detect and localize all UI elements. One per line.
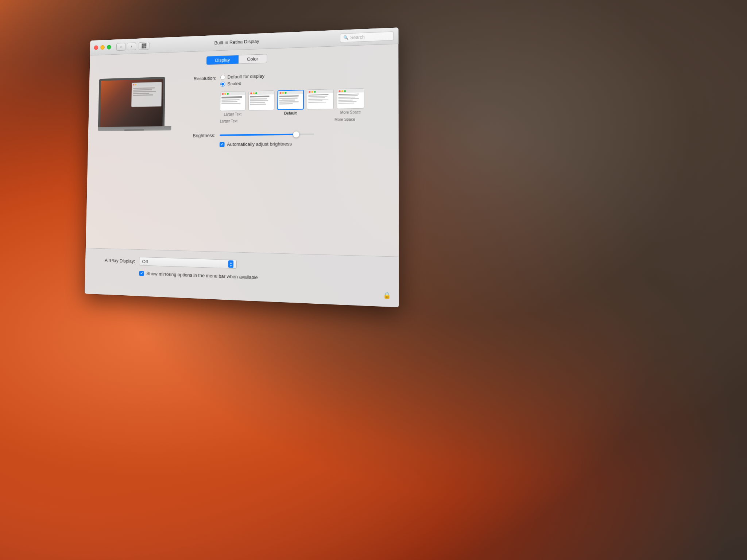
scale-thumb-4 — [307, 89, 334, 109]
resolution-radio-group: Default for display Scaled — [220, 70, 364, 123]
search-icon: 🔍 — [343, 35, 349, 40]
main-content: Resolution: Default for display Scaled — [88, 62, 399, 155]
resolution-default-label: Default for display — [227, 73, 264, 80]
search-field[interactable]: 🔍 Search — [340, 31, 394, 42]
scale-thumb-default — [277, 90, 304, 110]
mirroring-label: Show mirroring options in the menu bar w… — [146, 271, 258, 280]
back-icon: ‹ — [120, 44, 122, 49]
forward-icon: › — [131, 44, 132, 48]
macbook-preview — [98, 77, 172, 143]
scale-label-larger: Larger Text — [224, 112, 242, 117]
radio-selected-indicator — [221, 82, 224, 85]
tab-group: Display Color — [206, 54, 267, 65]
airplay-label: AirPlay Display: — [95, 257, 135, 264]
maximize-button[interactable] — [107, 45, 111, 50]
settings-panel: Resolution: Default for display Scaled — [185, 67, 387, 147]
scale-option-2[interactable] — [248, 90, 275, 116]
auto-brightness-row: ✓ Automatically adjust brightness — [220, 140, 387, 147]
scale-options: Larger Text — [220, 88, 364, 116]
auto-brightness-checkbox[interactable]: ✓ — [220, 142, 225, 147]
auto-brightness-label: Automatically adjust brightness — [227, 141, 292, 147]
resolution-scaled-radio[interactable] — [220, 81, 225, 86]
screen-content — [100, 79, 163, 127]
scale-option-default[interactable]: Default — [277, 90, 304, 116]
grid-view-button[interactable] — [139, 42, 150, 50]
lock-icon[interactable]: 🔒 — [383, 291, 391, 299]
macbook-base — [98, 126, 171, 131]
search-placeholder-text: Search — [350, 34, 365, 40]
display-preferences-window: ‹ › Built-in Retina Display 🔍 Search — [85, 27, 399, 307]
scale-thumb-2 — [248, 90, 275, 110]
airplay-row: AirPlay Display: Off ▲ ▼ — [95, 256, 387, 274]
airplay-value: Off — [142, 258, 148, 264]
back-button[interactable]: ‹ — [116, 43, 126, 51]
mirroring-row: ✓ Show mirroring options in the menu bar… — [139, 271, 387, 285]
macbook-screen — [98, 77, 165, 127]
scale-label-more: More Space — [340, 110, 361, 114]
resolution-scaled-label: Scaled — [227, 81, 241, 86]
brightness-slider-thumb[interactable] — [293, 131, 299, 137]
scale-thumb-larger — [220, 91, 246, 111]
display-preview — [98, 73, 176, 148]
window-title: Built-in Retina Display — [214, 38, 259, 46]
brightness-slider-container — [220, 130, 387, 138]
scale-option-4[interactable] — [307, 89, 334, 115]
traffic-lights — [94, 45, 111, 50]
resolution-default-radio[interactable] — [220, 75, 225, 80]
scale-thumb-more — [337, 88, 364, 109]
close-button[interactable] — [94, 45, 98, 50]
brightness-label: Brightness: — [185, 132, 220, 139]
airplay-select[interactable]: Off ▲ ▼ — [139, 257, 237, 269]
grid-icon — [142, 43, 146, 48]
checkmark-icon: ✓ — [221, 142, 224, 146]
scale-label-default: Default — [284, 111, 297, 116]
scale-option-larger-text[interactable]: Larger Text — [220, 91, 246, 117]
mirroring-checkbox[interactable]: ✓ — [139, 271, 144, 276]
resolution-section: Resolution: Default for display Scaled — [185, 70, 387, 124]
resolution-label: Resolution: — [186, 74, 220, 81]
brightness-section: Brightness: — [185, 130, 387, 139]
tab-display[interactable]: Display — [206, 55, 238, 65]
scale-axis-left: Larger Text — [220, 119, 237, 124]
arrow-up-icon: ▲ — [230, 261, 232, 264]
screen-window-overlay — [131, 82, 162, 107]
minimize-button[interactable] — [100, 45, 105, 50]
brightness-slider-track — [220, 133, 314, 136]
scale-option-more-space[interactable]: More Space — [337, 88, 364, 114]
scale-axis-right: More Space — [334, 117, 355, 122]
nav-buttons: ‹ › — [116, 42, 150, 50]
tab-color[interactable]: Color — [239, 54, 267, 63]
forward-button[interactable]: › — [127, 42, 136, 50]
mirroring-checkmark-icon: ✓ — [140, 271, 143, 275]
select-stepper[interactable]: ▲ ▼ — [228, 260, 233, 268]
arrow-down-icon: ▼ — [230, 264, 232, 267]
scale-axis-labels: Larger Text More Space — [220, 117, 355, 123]
